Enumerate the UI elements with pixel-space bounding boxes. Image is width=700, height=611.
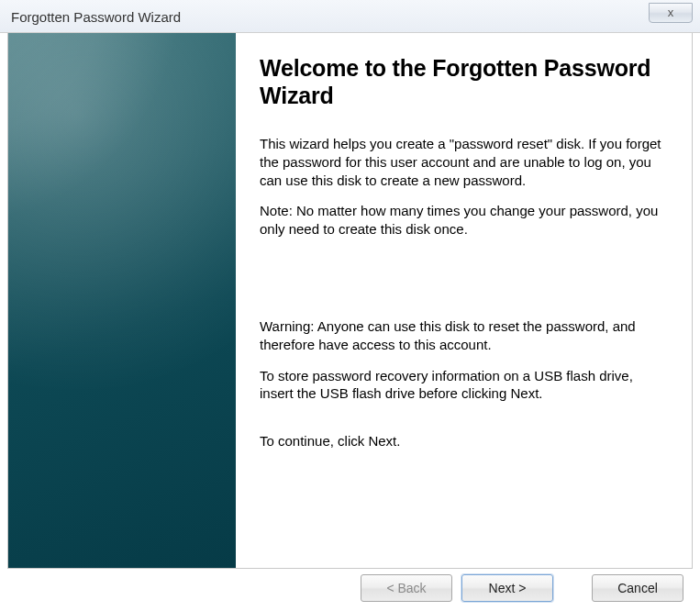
- button-spacer: [562, 574, 583, 611]
- close-button[interactable]: x: [649, 3, 693, 23]
- cancel-button[interactable]: Cancel: [592, 574, 683, 602]
- wizard-window: Forgotten Password Wizard x Welcome to t…: [0, 0, 700, 611]
- titlebar: Forgotten Password Wizard x: [0, 0, 700, 33]
- wizard-warning-text: Warning: Anyone can use this disk to res…: [260, 317, 666, 354]
- next-button[interactable]: Next >: [461, 574, 553, 602]
- wizard-continue-hint: To continue, click Next.: [260, 432, 666, 450]
- close-icon: x: [668, 6, 674, 19]
- back-button[interactable]: < Back: [361, 574, 452, 602]
- wizard-usb-hint-text: To store password recovery information o…: [260, 367, 666, 404]
- content-area: Welcome to the Forgotten Password Wizard…: [7, 33, 693, 569]
- wizard-side-panel: [8, 33, 236, 568]
- wizard-intro-text: This wizard helps you create a "password…: [260, 135, 666, 189]
- wizard-note-text: Note: No matter how many times you chang…: [260, 202, 666, 239]
- window-title: Forgotten Password Wizard: [11, 7, 181, 25]
- wizard-heading: Welcome to the Forgotten Password Wizard: [260, 55, 666, 109]
- wizard-footer: < Back Next > Cancel: [0, 569, 700, 611]
- wizard-main-panel: Welcome to the Forgotten Password Wizard…: [236, 33, 692, 568]
